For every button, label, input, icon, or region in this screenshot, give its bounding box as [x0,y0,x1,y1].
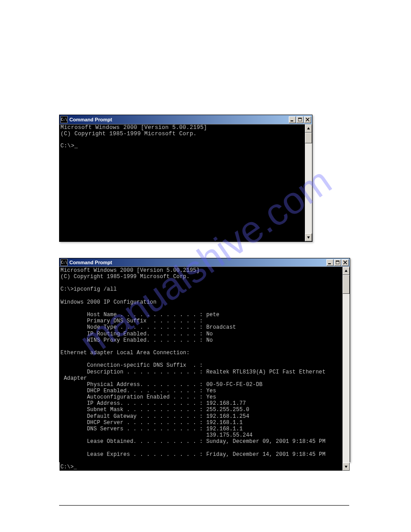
maximize-button[interactable] [296,116,304,123]
window-title: Command Prompt [69,260,112,265]
terminal-output[interactable]: Microsoft Windows 2000 [Version 5.00.219… [60,267,342,471]
command-prompt-window-2: C:\ Command Prompt Microsoft Windows 200… [59,258,350,462]
scroll-track[interactable] [342,275,350,463]
cmd-icon[interactable]: C:\ [60,116,68,123]
maximize-button[interactable] [334,259,341,266]
vertical-scrollbar[interactable] [342,267,350,471]
scroll-down-button[interactable] [305,233,312,241]
svg-marker-5 [307,127,310,129]
minimize-button[interactable] [289,116,296,123]
svg-marker-12 [345,270,347,272]
scroll-thumb[interactable] [342,275,350,294]
scroll-track[interactable] [305,133,312,233]
scroll-down-button[interactable] [342,463,350,471]
terminal-output[interactable]: Microsoft Windows 2000 [Version 5.00.219… [60,124,305,241]
titlebar[interactable]: C:\ Command Prompt [60,115,312,124]
titlebar[interactable]: C:\ Command Prompt [60,258,350,266]
svg-rect-2 [298,118,302,119]
window-title: Command Prompt [69,117,112,122]
scroll-up-button[interactable] [305,124,312,133]
svg-rect-0 [291,120,293,121]
horizontal-rule [59,505,349,506]
minimize-button[interactable] [326,259,334,266]
svg-marker-6 [307,236,310,239]
close-button[interactable] [304,116,311,123]
command-prompt-window-1: C:\ Command Prompt Microsoft Windows 200… [59,115,313,242]
close-button[interactable] [342,259,349,266]
cmd-icon[interactable]: C:\ [60,259,68,266]
svg-rect-9 [336,261,339,262]
scroll-thumb[interactable] [305,133,312,143]
svg-rect-7 [328,263,331,264]
vertical-scrollbar[interactable] [305,124,312,241]
scroll-up-button[interactable] [342,267,350,275]
svg-marker-13 [345,466,347,468]
